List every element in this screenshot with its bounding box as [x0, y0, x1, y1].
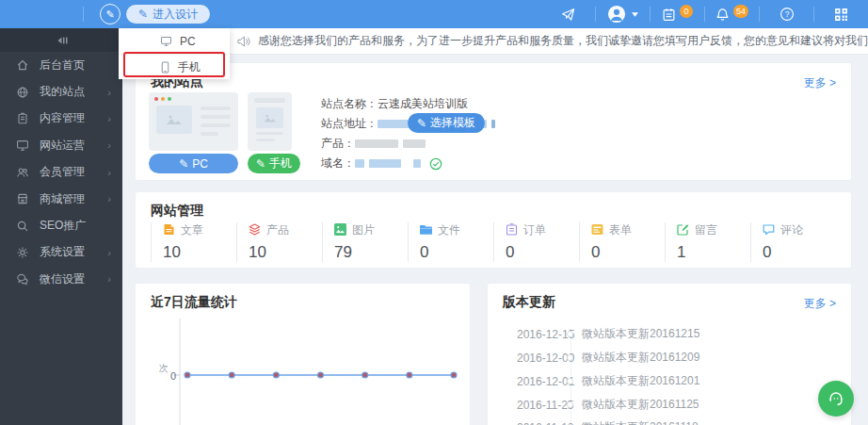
- my-site-more-link[interactable]: 更多 >: [804, 75, 836, 91]
- image-placeholder-icon: [156, 106, 192, 134]
- design-pencil-circle-icon[interactable]: ✎: [100, 4, 121, 25]
- redacted-value: [403, 139, 426, 148]
- sidebar-item-label: SEO推广: [40, 218, 86, 234]
- admin-dashboard: ✎ ✎ 进入设计: [0, 0, 868, 425]
- sidebar-item-my-site[interactable]: 我的站点 ›: [0, 78, 122, 105]
- edit-mobile-button[interactable]: ✎ 手机: [248, 154, 300, 173]
- product-label: 产品：: [321, 136, 355, 152]
- stat-label: 文件: [438, 222, 460, 238]
- tasks-icon[interactable]: 0: [651, 0, 704, 28]
- help-icon[interactable]: ?: [760, 0, 813, 28]
- stat-label: 产品: [266, 222, 289, 238]
- enter-design-button[interactable]: ✎ 进入设计: [126, 5, 210, 24]
- redacted-value: [413, 159, 421, 168]
- notice-text: 感谢您选择我们的产品和服务，为了进一步提升产品和服务质量，我们诚挚邀请您填写用户…: [258, 33, 868, 49]
- dropdown-item-pc[interactable]: PC: [119, 28, 230, 54]
- version-updates-more-link[interactable]: 更多 >: [804, 296, 836, 312]
- stat-articles[interactable]: 文章 10: [151, 222, 236, 262]
- chevron-right-icon: ›: [107, 273, 111, 285]
- version-date: 2016-11-18: [517, 421, 574, 425]
- chevron-right-icon: ›: [107, 247, 111, 258]
- qr-code-icon[interactable]: [814, 0, 868, 28]
- chevron-right-icon: ›: [107, 113, 111, 124]
- notifications-badge: 54: [733, 5, 748, 18]
- sidebar-item-label: 内容管理: [40, 110, 85, 126]
- tasks-badge: 0: [680, 5, 693, 18]
- notifications-bell-icon[interactable]: 54: [705, 0, 759, 28]
- edit-pc-button[interactable]: ✎ PC: [149, 154, 238, 173]
- stat-comments[interactable]: 评论 0: [750, 222, 836, 262]
- notice-bar: 感谢您选择我们的产品和服务，为了进一步提升产品和服务质量，我们诚挚邀请您填写用户…: [122, 28, 868, 55]
- stat-messages[interactable]: 留言 1: [665, 222, 750, 262]
- redacted-value: [355, 139, 398, 148]
- product-icon: [249, 223, 261, 238]
- version-text: 微站版本更新20161215: [582, 326, 699, 342]
- file-folder-icon: [420, 223, 432, 238]
- globe-icon: [16, 86, 29, 99]
- version-text: 微站版本更新20161125: [582, 397, 699, 413]
- topbar-divider: [83, 7, 84, 22]
- browser-dots-icon: [154, 97, 171, 101]
- domain-row: 域名：: [321, 154, 500, 173]
- text-lines-decor: [256, 132, 283, 145]
- sidebar-item-home[interactable]: 后台首页: [0, 52, 122, 78]
- sidebar-item-wechat[interactable]: 微信设置 ›: [0, 266, 122, 292]
- stat-value: 79: [334, 243, 408, 262]
- sidebar-item-label: 会员管理: [40, 164, 85, 180]
- pencil-icon: ✎: [256, 157, 265, 171]
- dropdown-item-mobile[interactable]: 手机: [119, 54, 230, 79]
- sidebar-item-settings[interactable]: 系统设置 ›: [0, 239, 122, 266]
- picture-icon: [334, 223, 346, 238]
- version-updates-card: 版本更新 更多 > 2016-12-15 微站版本更新20161215 2016…: [487, 283, 852, 425]
- domain-label: 域名：: [321, 155, 355, 172]
- redacted-value: [369, 159, 401, 168]
- choose-template-button[interactable]: ✎ 选择模板: [408, 113, 485, 133]
- stat-label: 图片: [352, 222, 375, 238]
- collapse-sidebar-icon: [54, 36, 69, 45]
- stat-files[interactable]: 文件 0: [408, 222, 493, 262]
- version-text: 微站版本更新20161209: [582, 350, 699, 366]
- sidebar-collapse-button[interactable]: [0, 28, 122, 52]
- traffic-title: 近7日流量统计: [151, 294, 237, 311]
- account-menu[interactable]: [596, 0, 650, 28]
- stat-pictures[interactable]: 图片 79: [322, 222, 408, 262]
- chart-y-tick: 0: [170, 370, 176, 382]
- sidebar-item-operations[interactable]: 网站运营 ›: [0, 132, 122, 158]
- timeline-dot-icon: [567, 378, 573, 384]
- choose-template-label: 选择模板: [430, 115, 475, 131]
- stat-value: 10: [249, 243, 322, 262]
- site-name-label: 站点名称：: [321, 96, 378, 112]
- site-manage-title: 网站管理: [151, 203, 203, 220]
- mobile-site-thumbnail[interactable]: [248, 92, 292, 151]
- stat-orders[interactable]: 订单 0: [493, 222, 579, 262]
- dropdown-mobile-label: 手机: [178, 59, 201, 75]
- stat-label: 评论: [780, 222, 803, 238]
- sidebar: 后台首页 我的站点 › 内容管理 › 网站运营 › 会员管理 › 商城管理 ›: [0, 28, 122, 425]
- stats-row: 文章 10 产品 10 图片 79: [151, 222, 836, 262]
- send-icon[interactable]: [541, 0, 595, 28]
- chart-y-axis-label: 次: [159, 363, 169, 373]
- stat-forms[interactable]: 表单 0: [579, 222, 665, 262]
- sidebar-item-content[interactable]: 内容管理 ›: [0, 106, 122, 132]
- sidebar-item-mall[interactable]: 商城管理 ›: [0, 186, 122, 212]
- dropdown-pc-label: PC: [180, 35, 196, 48]
- traffic-chart: 次 0: [143, 314, 463, 425]
- design-dropdown: PC 手机: [119, 28, 230, 79]
- avatar: [607, 5, 626, 24]
- svg-text:?: ?: [784, 9, 789, 19]
- customer-service-button[interactable]: [818, 381, 854, 417]
- sidebar-item-members[interactable]: 会员管理 ›: [0, 159, 122, 186]
- sidebar-item-label: 微信设置: [40, 271, 85, 287]
- site-info: 站点名称： 云速成美站培训版 站点地址： 产品： 域名：: [321, 94, 500, 173]
- my-site-card: 我的站点 更多 > ✎ PC ✎ 手机: [135, 62, 852, 181]
- sidebar-item-seo[interactable]: SEO推广: [0, 212, 122, 238]
- pc-site-thumbnail[interactable]: [149, 92, 238, 151]
- stat-label: 订单: [523, 222, 546, 238]
- site-name-value: 云速成美站培训版: [378, 96, 468, 112]
- pencil-icon: ✎: [179, 157, 188, 171]
- chevron-right-icon: ›: [107, 167, 111, 178]
- timeline-dot-icon: [567, 331, 573, 337]
- chevron-down-icon: [632, 12, 638, 17]
- announcement-speaker-icon: [237, 36, 250, 47]
- stat-products[interactable]: 产品 10: [236, 222, 322, 262]
